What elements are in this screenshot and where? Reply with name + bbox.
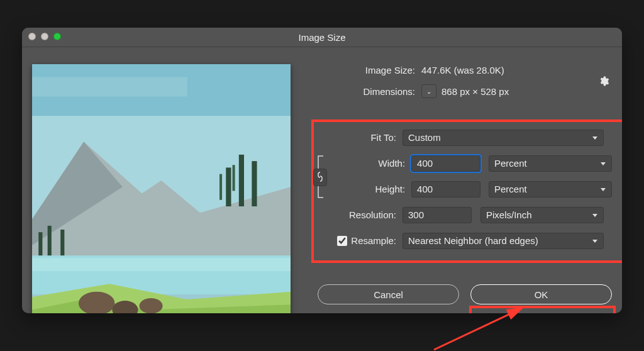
svg-rect-9 [219,174,222,200]
resample-label: Resample: [351,235,396,246]
resolution-unit-select[interactable]: Pixels/Inch [480,207,604,223]
constrain-proportions-toggle[interactable] [313,169,327,186]
svg-rect-14 [32,258,291,271]
svg-rect-11 [48,226,52,260]
svg-rect-2 [32,77,187,97]
svg-line-20 [434,308,522,350]
svg-rect-6 [239,155,244,206]
resolution-input[interactable] [402,207,472,223]
link-icon [317,172,323,184]
svg-point-19 [140,298,163,313]
image-size-value: 447.6K (was 28.0K) [421,65,504,75]
fit-to-select[interactable]: Custom [402,130,604,146]
settings-panel: Image Size: 447.6K (was 28.0K) Dimension… [314,59,618,313]
image-size-dialog: Image Size [22,28,622,313]
gear-icon[interactable] [598,75,609,89]
form-area: Fit To: Custom Width: Percent [314,125,612,254]
resolution-label: Resolution: [314,209,402,220]
ok-button[interactable]: OK [470,284,612,304]
dimensions-unit-toggle[interactable]: ⌄ [421,84,436,98]
dialog-body: Image Size: 447.6K (was 28.0K) Dimension… [22,47,622,313]
height-input[interactable] [411,181,480,198]
image-size-label: Image Size: [314,65,421,75]
width-input[interactable] [411,155,480,172]
svg-rect-7 [252,161,257,206]
svg-rect-8 [233,165,235,191]
window-title: Image Size [22,32,622,43]
landscape-thumbnail [32,64,291,313]
width-label: Width: [314,158,411,169]
resample-checkbox[interactable] [337,236,347,246]
image-preview[interactable] [32,64,291,313]
dimensions-label: Dimensions: [314,86,421,97]
resample-method-select[interactable]: Nearest Neighbor (hard edges) [402,233,604,249]
titlebar: Image Size [22,28,622,47]
fit-to-label: Fit To: [314,132,402,143]
dialog-buttons: Cancel OK [318,284,612,304]
cancel-button[interactable]: Cancel [318,284,459,304]
height-unit-select[interactable]: Percent [489,181,612,198]
width-unit-select[interactable]: Percent [489,155,612,172]
height-label: Height: [314,184,411,194]
dimensions-value: 868 px × 528 px [441,86,509,97]
chevron-down-icon: ⌄ [426,88,431,95]
svg-rect-5 [226,167,231,206]
